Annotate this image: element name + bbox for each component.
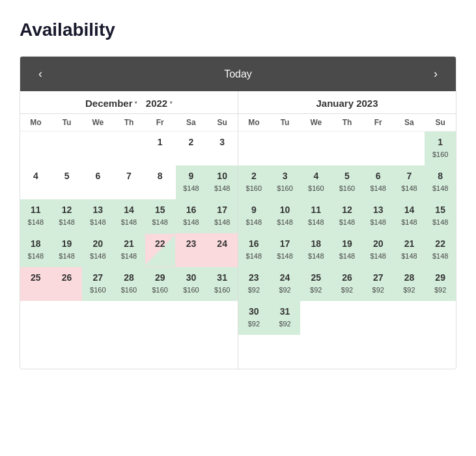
day-cell[interactable]: 18$148 [20,233,51,267]
day-cell [300,132,331,165]
day-cell[interactable]: 21$148 [394,233,425,267]
day-cell[interactable]: 29$160 [145,267,176,301]
day-cell[interactable]: 9$148 [176,165,207,199]
left-year[interactable]: 2022 ˅ [146,98,173,109]
right-month-body: Mo Tu We Th Fr Sa Su 1$1602$1603$1604$16… [238,114,456,369]
next-button[interactable]: › [428,64,443,83]
day-price: $92 [248,286,260,294]
day-price: $148 [246,252,262,260]
day-cell[interactable]: 30$160 [176,267,207,301]
day-cell[interactable]: 12$148 [51,199,83,233]
day-cell[interactable]: 20$148 [82,233,113,267]
day-cell[interactable]: 17$148 [270,233,301,267]
day-name-fr-r: Fr [363,114,394,131]
day-cell[interactable]: 1 [145,132,176,165]
day-number: 20 [373,238,384,251]
day-cell[interactable]: 14$148 [394,199,425,233]
day-cell[interactable]: 20$148 [363,233,394,267]
day-number: 14 [404,204,415,217]
day-cell[interactable]: 5$160 [331,165,363,199]
day-cell[interactable]: 3 [206,132,238,165]
day-cell[interactable]: 17$148 [206,199,238,233]
day-number: 29 [435,272,445,285]
day-cell[interactable]: 29$92 [425,267,456,301]
day-cell[interactable]: 18$148 [300,233,331,267]
day-cell[interactable]: 31$160 [206,267,238,301]
day-price: $160 [90,286,105,294]
day-cell[interactable]: 7$148 [394,165,425,199]
day-number: 12 [62,204,72,217]
prev-button[interactable]: ‹ [33,64,48,83]
day-cell[interactable]: 5 [51,165,83,199]
day-cell[interactable]: 22 [145,233,176,267]
day-cell[interactable]: 11$148 [300,199,331,233]
day-cell[interactable]: 28$92 [394,267,425,301]
day-cell[interactable]: 25 [20,267,51,301]
day-cell[interactable]: 15$148 [425,199,456,233]
day-number: 14 [124,204,134,217]
day-cell[interactable]: 15$148 [145,199,176,233]
day-price: $148 [214,184,230,192]
day-number: 1 [438,136,443,149]
day-name-su-l: Su [206,114,238,131]
day-price: $148 [183,218,199,226]
day-cell[interactable]: 11$148 [20,199,51,233]
day-price: $148 [277,252,292,260]
day-cell[interactable]: 12$148 [331,199,363,233]
day-name-th-l: Th [113,114,145,131]
day-cell[interactable]: 2$160 [238,165,270,199]
day-number: 5 [64,170,70,183]
day-cell[interactable]: 27$160 [82,267,113,301]
day-cell[interactable]: 16$148 [238,233,270,267]
day-cell[interactable]: 19$148 [51,233,83,267]
day-price: $148 [432,252,448,260]
day-cell[interactable]: 10$148 [270,199,301,233]
day-cell[interactable]: 31$92 [270,301,301,335]
left-month-name[interactable]: December ˅ [85,98,141,109]
day-number: 27 [373,272,384,285]
day-cell[interactable]: 6$148 [363,165,394,199]
day-cell[interactable]: 4$160 [300,165,331,199]
day-cell[interactable]: 8 [145,165,176,199]
day-number: 9 [251,204,257,217]
day-cell[interactable]: 4 [20,165,51,199]
day-cell[interactable]: 30$92 [238,301,270,335]
day-cell[interactable]: 8$148 [425,165,456,199]
day-name-mo-l: Mo [20,114,51,131]
day-cell[interactable]: 9$148 [238,199,270,233]
day-cell[interactable]: 23 [176,233,207,267]
day-cell[interactable]: 7 [113,165,145,199]
day-cell[interactable]: 13$148 [363,199,394,233]
day-cell[interactable]: 13$148 [82,199,113,233]
day-cell[interactable]: 19$148 [331,233,363,267]
day-cell[interactable]: 25$92 [300,267,331,301]
day-cell[interactable]: 14$148 [113,199,145,233]
day-price: $148 [152,218,167,226]
day-price: $148 [339,218,355,226]
day-cell[interactable]: 24$92 [270,267,301,301]
day-cell [20,132,51,165]
day-cell[interactable]: 16$148 [176,199,207,233]
day-number: 11 [31,204,41,217]
day-cell[interactable]: 26$92 [331,267,363,301]
day-cell[interactable]: 2 [176,132,207,165]
day-cell[interactable]: 6 [82,165,113,199]
right-month-name: January 2023 [316,98,378,109]
day-cell[interactable]: 10$148 [206,165,238,199]
day-name-we-l: We [82,114,113,131]
day-cell[interactable]: 3$160 [270,165,301,199]
day-name-su-r: Su [425,114,456,131]
day-price: $92 [372,286,384,294]
day-cell[interactable]: 22$148 [425,233,456,267]
day-cell[interactable]: 27$92 [363,267,394,301]
day-cell [331,301,363,335]
day-price: $148 [90,218,105,226]
day-cell[interactable]: 21$148 [113,233,145,267]
day-number: 7 [126,170,132,183]
day-cell[interactable]: 26 [51,267,83,301]
day-cell[interactable]: 1$160 [425,132,456,165]
day-cell[interactable]: 23$92 [238,267,270,301]
day-cell[interactable]: 24 [206,233,238,267]
day-price: $160 [152,286,167,294]
day-cell[interactable]: 28$160 [113,267,145,301]
